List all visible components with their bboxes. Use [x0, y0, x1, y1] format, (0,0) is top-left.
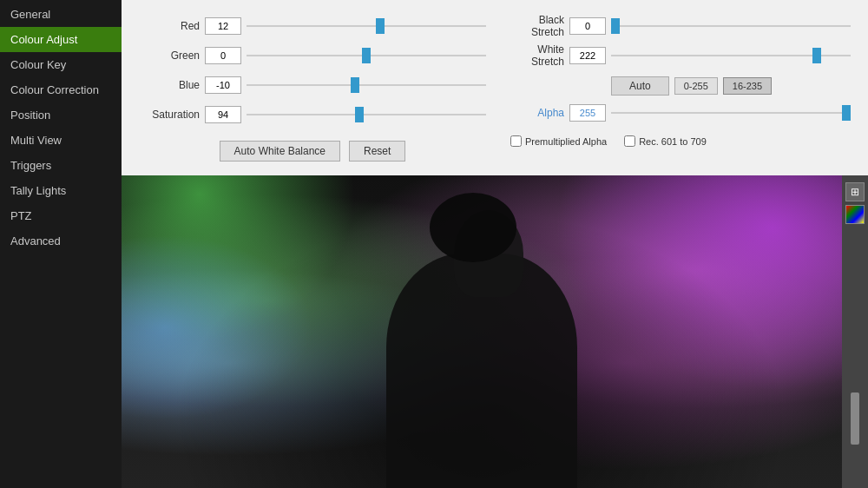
controls-panel: Red Green Blue: [122, 0, 868, 175]
auto-button[interactable]: Auto: [611, 76, 669, 96]
sidebar-item-colour-key[interactable]: Colour Key: [0, 52, 122, 77]
sidebar-item-advanced[interactable]: Advanced: [0, 228, 122, 254]
black-stretch-label: Black Stretch: [503, 14, 564, 38]
white-stretch-label: White Stretch: [503, 43, 564, 68]
blue-slider[interactable]: [247, 83, 486, 87]
sidebar: General Colour Adjust Colour Key Colour …: [0, 0, 122, 488]
green-slider[interactable]: [247, 54, 486, 57]
red-slider-row: Red: [139, 14, 486, 38]
alpha-slider-row: Alpha: [503, 101, 851, 125]
premultiplied-alpha-label: Premultiplied Alpha: [525, 136, 607, 147]
preview-right-panel: ⊞: [842, 175, 868, 488]
green-slider-row: Green: [139, 43, 486, 68]
monitor-icon-btn[interactable]: ⊞: [845, 182, 865, 201]
white-stretch-input[interactable]: [569, 47, 606, 64]
right-controls: Black Stretch White Stretch Auto 0-255: [503, 14, 851, 162]
reset-button[interactable]: Reset: [349, 141, 405, 162]
white-stretch-slider[interactable]: [611, 54, 851, 57]
alpha-slider[interactable]: [611, 111, 851, 115]
saturation-track: [247, 106, 486, 123]
red-input[interactable]: [205, 17, 241, 35]
red-slider[interactable]: [247, 24, 486, 28]
black-stretch-slider[interactable]: [611, 24, 851, 28]
green-label: Green: [139, 49, 200, 62]
green-track: [247, 47, 486, 64]
red-label: Red: [139, 20, 200, 32]
white-stretch-track: [611, 47, 851, 64]
black-stretch-row: Black Stretch: [503, 14, 851, 38]
sidebar-item-position[interactable]: Position: [0, 102, 122, 128]
blue-input[interactable]: [205, 76, 241, 94]
blue-track: [247, 76, 486, 94]
sidebar-item-general[interactable]: General: [0, 2, 122, 27]
premultiplied-alpha-item: Premultiplied Alpha: [510, 135, 607, 147]
preview-area: ⊞: [122, 175, 868, 488]
green-input[interactable]: [205, 47, 241, 64]
saturation-input[interactable]: [205, 106, 241, 123]
rec-601-item: Rec. 601 to 709: [624, 135, 707, 147]
sidebar-item-colour-correction[interactable]: Colour Correction: [0, 77, 122, 102]
blue-slider-row: Blue: [139, 73, 486, 97]
red-track: [247, 17, 486, 35]
range-0-255-button[interactable]: 0-255: [674, 77, 718, 95]
alpha-input[interactable]: [569, 104, 606, 122]
white-stretch-row: White Stretch: [503, 43, 851, 68]
blue-label: Blue: [139, 79, 200, 91]
saturation-slider[interactable]: [247, 113, 486, 116]
saturation-label: Saturation: [139, 109, 200, 121]
auto-white-balance-button[interactable]: Auto White Balance: [220, 141, 340, 162]
black-stretch-track: [611, 17, 851, 35]
scrollbar-thumb[interactable]: [851, 392, 859, 445]
sidebar-item-ptz[interactable]: PTZ: [0, 203, 122, 228]
preview-image: [122, 175, 842, 488]
sidebar-item-multi-view[interactable]: Multi View: [0, 128, 122, 153]
rec-601-checkbox[interactable]: [624, 135, 635, 147]
saturation-slider-row: Saturation: [139, 102, 486, 127]
range-16-235-button[interactable]: 16-235: [723, 77, 772, 95]
left-controls: Red Green Blue: [139, 14, 486, 162]
performer-hair: [430, 193, 516, 262]
checkbox-row: Premultiplied Alpha Rec. 601 to 709: [510, 135, 851, 147]
left-buttons-row: Auto White Balance Reset: [139, 141, 486, 162]
premultiplied-alpha-checkbox[interactable]: [510, 135, 522, 147]
sidebar-item-colour-adjust[interactable]: Colour Adjust: [0, 27, 122, 52]
alpha-track: [611, 104, 851, 122]
rec-601-label: Rec. 601 to 709: [639, 136, 707, 147]
sidebar-item-tally-lights[interactable]: Tally Lights: [0, 178, 122, 203]
alpha-label: Alpha: [503, 107, 564, 119]
sidebar-item-triggers[interactable]: Triggers: [0, 153, 122, 178]
black-stretch-input[interactable]: [569, 17, 606, 35]
preview-scrollbar[interactable]: [851, 219, 859, 488]
main-content: Red Green Blue: [122, 0, 868, 488]
auto-range-row: Auto 0-255 16-235: [503, 76, 851, 96]
